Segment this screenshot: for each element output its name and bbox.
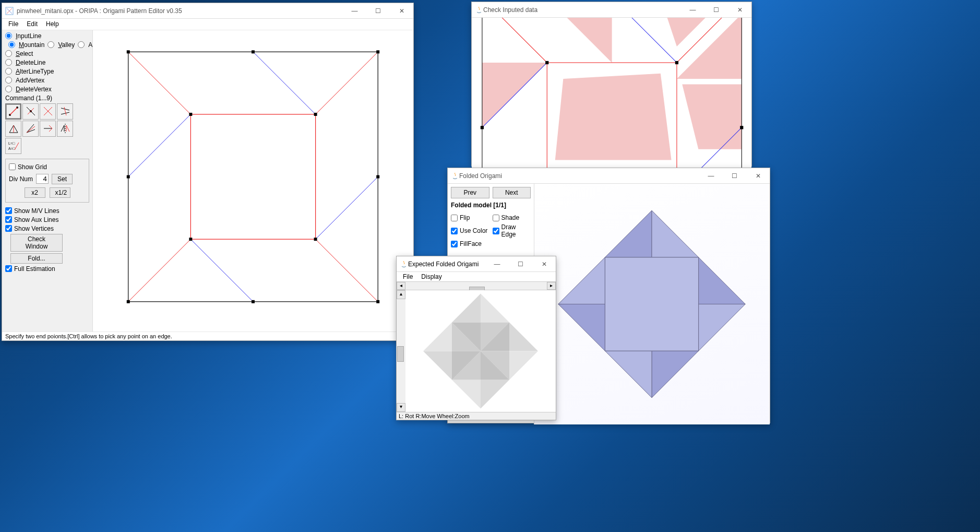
showgrid-check[interactable]: Show Grid xyxy=(9,163,86,171)
minimize-button[interactable]: — xyxy=(343,3,366,18)
maximize-button[interactable]: ☐ xyxy=(723,168,746,183)
svg-line-10 xyxy=(61,112,69,114)
flip-check[interactable]: Flip xyxy=(451,214,489,221)
folded-render-canvas[interactable] xyxy=(534,184,770,424)
check-window-button[interactable]: Check Window xyxy=(10,234,63,252)
menu-file[interactable]: File xyxy=(399,272,417,281)
vertical-scrollbar[interactable]: ▴ ▾ xyxy=(397,290,405,412)
menu-edit[interactable]: Edit xyxy=(22,19,42,29)
minimize-button[interactable]: — xyxy=(681,2,704,17)
tool-select[interactable]: Select xyxy=(5,50,89,57)
svg-marker-66 xyxy=(652,351,699,398)
titlebar[interactable]: Folded Origami — ☐ ✕ xyxy=(448,168,770,184)
divnum-label: Div Num xyxy=(9,175,33,183)
tool-deletevertex[interactable]: DeleteVertex xyxy=(5,86,89,93)
maximize-button[interactable]: ☐ xyxy=(509,256,532,271)
cmd-9-byvalue[interactable]: L=□A=□ xyxy=(5,138,21,154)
svg-marker-69 xyxy=(699,304,746,351)
window-title: pinwheel_mitani.opx - ORIPA : Origami Pa… xyxy=(17,7,343,15)
cmd-7-arrow[interactable] xyxy=(40,121,56,137)
tool-inputline[interactable]: InputLine xyxy=(5,32,89,40)
cmd-4-perp[interactable] xyxy=(57,103,73,120)
svg-rect-37 xyxy=(127,300,130,303)
svg-marker-65 xyxy=(699,257,746,304)
grid-x12-button[interactable]: x1/2 xyxy=(50,187,70,198)
titlebar[interactable]: Check Inputed data — ☐ ✕ xyxy=(472,2,751,18)
tool-deletevertex-label: DeleteVertex xyxy=(16,86,52,93)
svg-line-28 xyxy=(253,52,316,114)
fillface-check[interactable]: FillFace xyxy=(451,240,489,247)
scroll-right-icon[interactable]: ▸ xyxy=(547,282,556,290)
show-vertices-label: Show Vertices xyxy=(14,225,54,232)
prev-button[interactable]: Prev xyxy=(451,187,489,198)
scroll-up-icon[interactable]: ▴ xyxy=(397,290,405,299)
cmd-3-cross[interactable] xyxy=(40,103,56,120)
menu-help[interactable]: Help xyxy=(42,19,63,29)
svg-line-9 xyxy=(61,108,69,110)
statusbar: L: Rot R:Move Wheel:Zoom xyxy=(397,412,556,420)
horizontal-scrollbar[interactable]: ◂ ▸ xyxy=(397,282,556,290)
svg-line-24 xyxy=(128,52,191,114)
sidebar: InputLine Mountain Valley Aux Select Del… xyxy=(2,30,93,332)
minimize-button[interactable]: — xyxy=(485,256,509,271)
show-vertices-check[interactable]: Show Vertices xyxy=(5,225,89,232)
cmd-8-mirror[interactable] xyxy=(57,121,73,137)
svg-rect-43 xyxy=(314,238,317,241)
svg-rect-72 xyxy=(605,257,698,351)
tool-alterlinetype[interactable]: AlterLineType xyxy=(5,68,89,75)
divnum-set-button[interactable]: Set xyxy=(52,174,73,184)
svg-rect-61 xyxy=(675,61,678,64)
foldtype-valley[interactable]: Valley xyxy=(47,41,75,49)
svg-rect-62 xyxy=(481,126,484,129)
svg-rect-32 xyxy=(127,50,130,53)
show-mv-check[interactable]: Show M/V Lines xyxy=(5,207,89,215)
svg-line-21 xyxy=(15,143,19,150)
minimize-button[interactable]: — xyxy=(699,168,723,183)
svg-rect-39 xyxy=(376,300,379,303)
titlebar[interactable]: Expected Folded Origami — ☐ ✕ xyxy=(397,256,556,272)
svg-text:A=□: A=□ xyxy=(8,147,16,150)
menu-file[interactable]: File xyxy=(4,19,22,29)
drawedge-check[interactable]: Draw Edge xyxy=(493,223,531,238)
svg-line-16 xyxy=(27,126,35,133)
tool-deleteline[interactable]: DeleteLine xyxy=(5,59,89,66)
close-button[interactable]: ✕ xyxy=(532,256,556,271)
svg-text:L=□: L=□ xyxy=(8,141,15,145)
cmd-6-bisector[interactable] xyxy=(22,121,39,137)
maximize-button[interactable]: ☐ xyxy=(366,3,390,18)
titlebar[interactable]: pinwheel_mitani.opx - ORIPA : Origami Pa… xyxy=(2,3,413,19)
expected-render-canvas[interactable] xyxy=(405,290,556,412)
divnum-input[interactable] xyxy=(36,174,49,184)
close-button[interactable]: ✕ xyxy=(728,2,751,17)
close-button[interactable]: ✕ xyxy=(746,168,770,183)
menubar: File Edit Help xyxy=(2,19,413,30)
check-canvas[interactable] xyxy=(472,18,751,168)
usecolor-check[interactable]: Use Color xyxy=(451,223,489,238)
grid-x2-button[interactable]: x2 xyxy=(25,187,45,198)
svg-marker-49 xyxy=(682,84,742,149)
scroll-down-icon[interactable]: ▾ xyxy=(397,403,405,412)
menu-display[interactable]: Display xyxy=(417,272,446,281)
scroll-left-icon[interactable]: ◂ xyxy=(397,282,405,290)
fold-button[interactable]: Fold... xyxy=(10,253,63,264)
grid-panel: Show Grid Div Num Set x2 x1/2 xyxy=(5,159,89,203)
tool-addvertex-label: AddVertex xyxy=(16,77,44,84)
cmd-2-onvertex[interactable] xyxy=(22,103,39,120)
shade-check[interactable]: Shade xyxy=(493,214,531,221)
show-aux-check[interactable]: Show Aux Lines xyxy=(5,216,89,223)
svg-rect-42 xyxy=(189,238,192,241)
close-button[interactable]: ✕ xyxy=(390,3,413,18)
cmd-5-triangle[interactable] xyxy=(5,121,21,137)
fillface-label: FillFace xyxy=(460,240,482,247)
full-estimation-check[interactable]: Full Estimation xyxy=(5,265,89,273)
usecolor-label: Use Color xyxy=(460,227,487,234)
java-icon xyxy=(475,6,483,14)
maximize-button[interactable]: ☐ xyxy=(704,2,728,17)
tool-addvertex[interactable]: AddVertex xyxy=(5,77,89,84)
scroll-thumb-v[interactable] xyxy=(397,346,404,362)
foldtype-mountain[interactable]: Mountain xyxy=(8,41,44,49)
svg-marker-76 xyxy=(509,351,538,380)
crease-pattern-canvas[interactable] xyxy=(93,30,413,332)
next-button[interactable]: Next xyxy=(493,187,531,198)
cmd-1-segment[interactable] xyxy=(5,103,21,120)
